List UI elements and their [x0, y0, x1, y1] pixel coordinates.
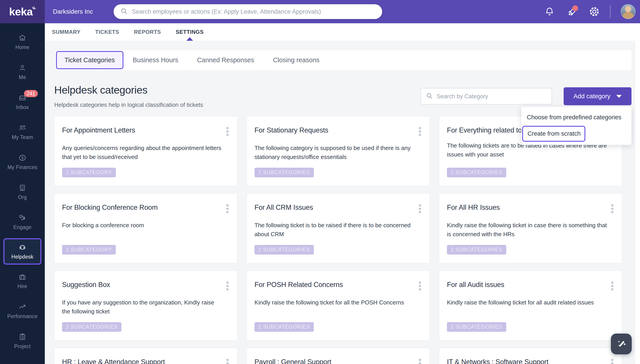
- scrollbar-track: [635, 23, 640, 364]
- global-search-input[interactable]: [132, 8, 375, 15]
- tab-reports[interactable]: REPORTS: [134, 23, 161, 41]
- tab-summary[interactable]: SUMMARY: [52, 23, 81, 41]
- category-description: Kindly raise the following ticket for al…: [255, 298, 416, 307]
- category-card[interactable]: Suggestion Box If you have any suggestio…: [54, 271, 237, 340]
- chevron-down-icon: [616, 95, 622, 98]
- category-search[interactable]: [420, 88, 552, 104]
- main-area: SUMMARY TICKETS REPORTS SETTINGS Ticket …: [45, 23, 640, 364]
- kebab-menu-icon[interactable]: [226, 204, 229, 214]
- kebab-menu-icon[interactable]: [418, 358, 422, 364]
- sidebar-item-label: Hire: [18, 284, 27, 290]
- sidebar-item-inbox[interactable]: 241 Inbox: [0, 87, 45, 117]
- sidebar-item-project[interactable]: Project: [0, 326, 45, 356]
- subcategory-count-badge: 1 SUBCATEGORY: [62, 245, 116, 254]
- notifications-bell-icon[interactable]: [544, 6, 555, 17]
- tab-settings[interactable]: SETTINGS: [176, 23, 204, 41]
- kebab-menu-icon[interactable]: [610, 204, 614, 214]
- category-card[interactable]: For Blocking Conference Room For blockin…: [54, 194, 237, 263]
- sidebar-item-helpdesk[interactable]: Helpdesk: [3, 238, 42, 264]
- category-title: Suggestion Box: [62, 281, 110, 289]
- home-icon: [18, 34, 27, 42]
- kebab-menu-icon[interactable]: [418, 204, 422, 214]
- tab-tickets[interactable]: TICKETS: [95, 23, 119, 41]
- kebab-menu-icon[interactable]: [610, 281, 614, 291]
- kebab-menu-icon[interactable]: [418, 126, 422, 137]
- category-title: HR : Leave & Attendance Support: [62, 358, 165, 364]
- category-grid: For Appointment Letters Any queries/conc…: [54, 116, 622, 364]
- page-title: Helpdesk categories: [54, 84, 203, 96]
- kebab-menu-icon[interactable]: [418, 281, 422, 291]
- category-card[interactable]: For POSH Related Concerns Kindly raise t…: [247, 271, 430, 340]
- category-description: Any queries/concerns regarding about the…: [62, 144, 223, 162]
- trend-icon: [18, 303, 27, 311]
- category-description: If you have any suggestion to the organi…: [62, 298, 223, 316]
- search-icon: [426, 92, 437, 100]
- sidebar-item-my-team[interactable]: My Team: [0, 117, 45, 147]
- svg-text:$: $: [21, 156, 24, 160]
- category-card[interactable]: For All HR Issues Kindly raise the follo…: [439, 194, 622, 263]
- category-card[interactable]: For Appointment Letters Any queries/conc…: [54, 116, 237, 186]
- subtab-canned-responses[interactable]: Canned Responses: [188, 56, 264, 64]
- sidebar-item-hire[interactable]: Hire: [0, 266, 45, 296]
- keka-logo: keka: [0, 0, 45, 23]
- kebab-menu-icon[interactable]: [226, 358, 229, 364]
- category-title: Payroll : General Support: [255, 358, 331, 364]
- sidebar-item-label: My Finances: [8, 164, 38, 170]
- subtab-ticket-categories[interactable]: Ticket Categories: [56, 51, 124, 69]
- category-description: Kindly raise the following ticket for al…: [447, 298, 608, 307]
- sidebar-item-label: Helpdesk: [12, 254, 33, 260]
- sidebar-item-home[interactable]: Home: [0, 27, 45, 57]
- sidebar-item-partial[interactable]: [0, 356, 45, 364]
- category-card[interactable]: For Stationary Requests The following ca…: [247, 116, 430, 186]
- menu-item-predefined[interactable]: Choose from predefined categories: [521, 111, 631, 124]
- settings-subtab-bar: Ticket Categories Business Hours Canned …: [55, 50, 631, 70]
- logo-text: keka: [9, 6, 33, 18]
- sidebar-item-label: Project: [14, 344, 31, 350]
- sidebar-item-label: Org: [18, 194, 27, 200]
- kebab-menu-icon[interactable]: [226, 281, 229, 291]
- category-description: The following ticket is to be raised if …: [255, 221, 416, 239]
- category-description: For blocking a conference room: [62, 221, 223, 230]
- sidebar-item-label: Home: [16, 44, 30, 50]
- sidebar-item-org[interactable]: Org: [0, 177, 45, 207]
- sidebar-item-performance[interactable]: Performance: [0, 296, 45, 326]
- user-avatar[interactable]: [621, 4, 635, 19]
- sidebar: Home Me 241 Inbox My Team $ My Finances …: [0, 23, 45, 364]
- subtab-business-hours[interactable]: Business Hours: [124, 56, 188, 64]
- add-category-menu: Choose from predefined categories Create…: [521, 107, 631, 145]
- sidebar-item-my-finances[interactable]: $ My Finances: [0, 147, 45, 177]
- category-card[interactable]: Payroll : General Support: [247, 348, 430, 364]
- menu-item-create-from-scratch[interactable]: Create from scratch: [522, 126, 585, 142]
- add-category-button[interactable]: Add category: [564, 87, 631, 105]
- headset-icon: [18, 243, 27, 252]
- settings-content: Ticket Categories Business Hours Canned …: [45, 41, 635, 364]
- dollar-circle-icon: $: [18, 154, 27, 162]
- category-card[interactable]: IT & Networks : Software Support: [439, 348, 622, 364]
- gear-icon[interactable]: [589, 6, 600, 17]
- category-title: For Everything related to: [447, 126, 522, 134]
- category-search-input[interactable]: [437, 93, 546, 100]
- magic-wand-fab[interactable]: [611, 334, 632, 354]
- subcategory-count-badge: 2 SUBCATEGORIES: [447, 245, 506, 254]
- subcategory-count-badge: 2 SUBCATEGORIES: [447, 322, 506, 332]
- whats-new-rocket-icon[interactable]: [566, 6, 577, 17]
- add-category-label: Add category: [573, 93, 610, 100]
- sidebar-item-me[interactable]: Me: [0, 57, 45, 87]
- topbar-divider: [610, 5, 610, 18]
- subtab-closing-reasons[interactable]: Closing reasons: [263, 56, 329, 64]
- kebab-menu-icon[interactable]: [610, 358, 614, 364]
- clipboard-icon: [18, 333, 27, 341]
- sidebar-item-engage[interactable]: Engage: [0, 207, 45, 237]
- category-card[interactable]: For All CRM Issues The following ticket …: [247, 194, 430, 263]
- category-title: For All HR Issues: [447, 204, 500, 212]
- inbox-count-badge: 241: [24, 90, 38, 98]
- kebab-menu-icon[interactable]: [226, 126, 229, 137]
- category-title: For All CRM Issues: [255, 204, 313, 212]
- category-title: IT & Networks : Software Support: [447, 358, 548, 364]
- category-card[interactable]: HR : Leave & Attendance Support: [54, 348, 237, 364]
- category-card[interactable]: For all Audit issues Kindly raise the fo…: [439, 271, 622, 340]
- active-tab-pointer-icon: [186, 37, 193, 41]
- sidebar-item-label: Inbox: [16, 104, 29, 110]
- subcategory-count-badge: 2 SUBCATEGORIES: [255, 322, 314, 332]
- global-search[interactable]: [114, 4, 382, 19]
